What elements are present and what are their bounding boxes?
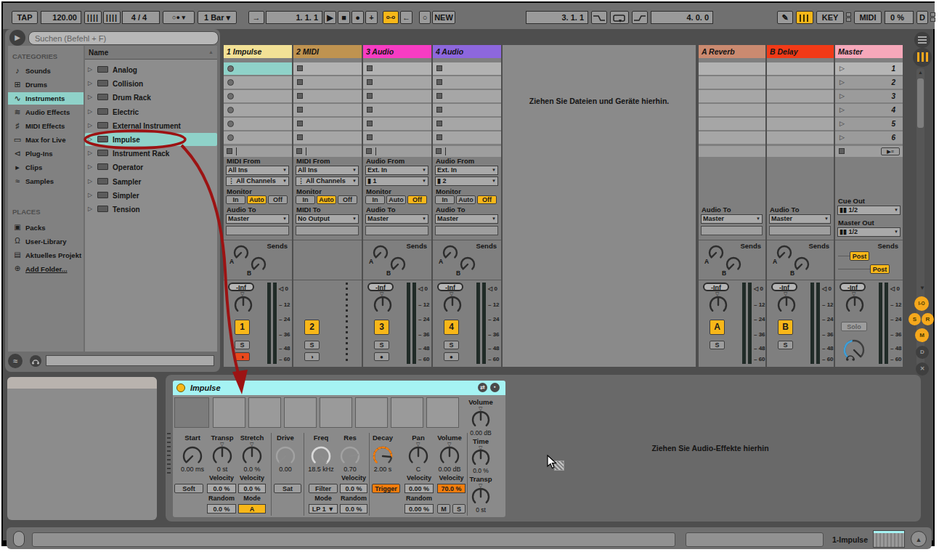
tempo-field[interactable]: 120.00 [41,11,81,24]
solo-button[interactable]: Solo [841,322,867,331]
places-item-user-library[interactable]: ΩUser-Library [8,235,84,248]
pan-knob[interactable] [232,294,254,316]
send-a-knob[interactable] [371,243,390,262]
new-button[interactable]: NEW [432,11,455,24]
clip-slot[interactable] [433,62,501,75]
global-volume-knob[interactable] [470,409,492,431]
solo-button[interactable]: S [374,341,389,349]
overdub-button[interactable]: + [365,11,378,24]
clip-stop-icon[interactable] [297,121,303,126]
input-type-chooser[interactable]: ▼All Ins [296,166,359,175]
input-type-chooser[interactable]: ▼All Ins [226,166,289,175]
metronome-icon[interactable]: ○● ▾ [163,11,195,24]
clip-stop-icon[interactable] [297,134,303,140]
send-b-knob[interactable] [792,255,811,274]
clip-slot[interactable] [363,90,431,102]
monitor-in-button[interactable]: In [435,195,455,204]
track-activator[interactable]: B [778,320,793,335]
disclosure-icon[interactable]: ▷ [88,80,92,86]
clip-stop-icon[interactable] [367,93,373,99]
scene-slot[interactable]: ▷4 [835,104,903,116]
show-hide-device-view-button[interactable]: ▲ [911,531,927,547]
velocity-field[interactable]: 0.0 % [207,484,236,493]
browser-item-instrument-rack[interactable]: ▷Instrument Rack [85,147,217,160]
clip-stop-icon[interactable] [367,107,373,113]
status-left-lozenge[interactable] [13,531,25,547]
send-a-post-toggle[interactable]: Post [850,251,869,261]
stop-all-icon[interactable] [839,148,845,154]
clip-slot[interactable] [363,104,431,116]
monitor-auto-button[interactable]: Auto [247,195,267,204]
param-button-trigger[interactable]: Trigger [372,484,400,493]
param-field[interactable]: 0.00 % [405,504,434,514]
clip-record-icon[interactable] [227,107,234,113]
send-b-knob[interactable] [249,255,268,274]
velocity-field[interactable]: 0.00 % [405,484,434,493]
impulse-slot[interactable] [284,397,317,428]
pan-knob[interactable] [407,445,430,468]
draw-mode-icon[interactable]: ✎ [777,11,793,24]
output-type-chooser[interactable]: ▼Master [365,214,428,224]
device-chain-thumbnail[interactable] [873,530,905,548]
disclosure-icon[interactable]: ▷ [88,192,92,198]
monitor-in-button[interactable]: In [226,195,245,204]
clip-record-icon[interactable] [227,121,234,127]
volume-display[interactable]: -Inf [228,283,254,291]
monitor-off-button[interactable]: Off [477,195,497,204]
monitor-auto-button[interactable]: Auto [386,195,406,204]
play-button[interactable]: ▶ [324,11,336,24]
send-b-knob[interactable] [389,255,407,274]
browser-item-sampler[interactable]: ▷Sampler [85,175,217,188]
track-header[interactable]: B Delay [767,45,834,58]
loop-length-field[interactable]: 4. 0. 0 [651,11,713,24]
global-time-knob[interactable] [470,447,492,469]
monitor-off-button[interactable]: Off [338,195,357,204]
clip-stop-icon[interactable] [436,65,442,71]
param-button-sat[interactable]: Sat [274,484,301,493]
clip-record-icon[interactable] [227,93,234,100]
monitor-in-button[interactable]: In [365,195,385,204]
nudge-up-icon[interactable]: |||| [103,11,121,24]
impulse-slot[interactable] [248,397,281,428]
show-hide-chevron-icon[interactable]: ▼ [919,285,925,291]
scene-slot[interactable]: ▷1 [835,62,903,75]
key-map-button[interactable]: KEY [816,11,844,24]
clip-stop-icon[interactable] [367,79,373,85]
computer-midi-keyboard-icon[interactable] [796,11,813,24]
volume-display[interactable]: -Inf [367,283,394,291]
track-header[interactable]: 2 MIDI [293,45,362,58]
clip-slot[interactable] [293,76,362,89]
device-title-bar[interactable]: Impulse⇄▪ [173,381,505,395]
browser-item-electric[interactable]: ▷Electric [85,105,217,118]
clip-stop-icon[interactable] [436,134,442,140]
volume-display[interactable]: -Inf [703,283,729,291]
send-a-knob[interactable] [441,243,460,262]
input-channel-chooser[interactable]: ▼⋮ All Channels [296,176,359,186]
track-activator[interactable]: A [710,320,725,335]
solo-button[interactable]: S [710,341,725,349]
stop-all-icon[interactable] [436,148,442,154]
output-type-chooser[interactable]: ▼No Output [296,214,359,224]
volume-display[interactable]: -Inf [771,283,797,291]
clip-slot[interactable] [224,131,292,144]
clip-stop-row[interactable] [363,146,431,157]
stop-button[interactable]: ■ [338,11,350,24]
clip-stop-icon[interactable] [297,107,303,113]
arm-button[interactable]: ● [444,352,459,361]
pan-knob[interactable] [844,294,866,316]
list-header[interactable]: Name▲ [85,46,217,60]
disclosure-icon[interactable]: ▷ [88,122,92,129]
stop-all-icon[interactable] [227,148,232,154]
sidebar-item-max-for-live[interactable]: ▭Max for Live [8,134,84,146]
cue-out-chooser[interactable]: ▼▮▮ 1/2 [837,206,901,215]
clip-slot[interactable] [433,76,501,89]
sidebar-item-midi-effects[interactable]: ♯MIDI Effects [8,120,84,132]
browser-collapse-icon[interactable]: ▶ [9,30,25,46]
scene-launch-icon[interactable]: ▷ [840,134,845,141]
nudge-down-icon[interactable]: |||| [84,11,102,24]
arm-button[interactable]: ● [374,352,389,361]
send-a-knob[interactable] [775,243,794,262]
monitor-off-button[interactable]: Off [407,195,427,204]
tap-tempo-button[interactable]: TAP [12,11,38,24]
input-channel-chooser[interactable]: ▼▮ 1 [365,176,428,186]
